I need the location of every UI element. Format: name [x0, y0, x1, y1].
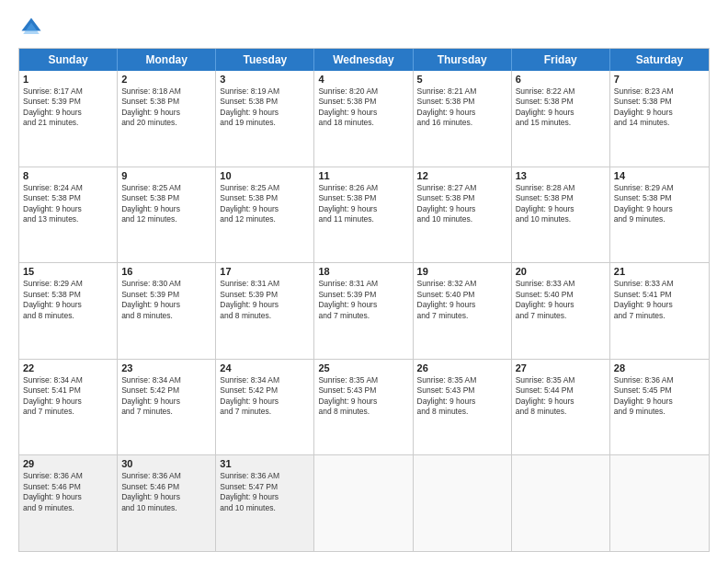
day-cell-29: 29Sunrise: 8:36 AMSunset: 5:46 PMDayligh…: [19, 455, 118, 551]
day-number: 20: [516, 266, 606, 277]
day-info: Sunrise: 8:36 AMSunset: 5:46 PMDaylight:…: [23, 471, 113, 513]
day-cell-19: 19Sunrise: 8:32 AMSunset: 5:40 PMDayligh…: [414, 263, 512, 359]
day-cell-7: 7Sunrise: 8:23 AMSunset: 5:38 PMDaylight…: [610, 71, 709, 167]
day-info: Sunrise: 8:33 AMSunset: 5:41 PMDaylight:…: [614, 279, 705, 321]
day-info: Sunrise: 8:29 AMSunset: 5:38 PMDaylight:…: [23, 279, 113, 321]
page: SundayMondayTuesdayWednesdayThursdayFrid…: [0, 0, 728, 563]
day-number: 5: [417, 74, 507, 85]
day-cell-26: 26Sunrise: 8:35 AMSunset: 5:43 PMDayligh…: [414, 360, 512, 455]
day-number: 17: [220, 266, 310, 277]
day-cell-2: 2Sunrise: 8:18 AMSunset: 5:38 PMDaylight…: [118, 71, 216, 167]
day-cell-30: 30Sunrise: 8:36 AMSunset: 5:46 PMDayligh…: [118, 455, 216, 551]
calendar-body: 1Sunrise: 8:17 AMSunset: 5:39 PMDaylight…: [19, 71, 709, 551]
day-number: 4: [318, 74, 408, 85]
day-number: 1: [23, 74, 113, 85]
day-cell-12: 12Sunrise: 8:27 AMSunset: 5:38 PMDayligh…: [414, 167, 512, 263]
day-info: Sunrise: 8:33 AMSunset: 5:40 PMDaylight:…: [516, 279, 606, 321]
day-info: Sunrise: 8:34 AMSunset: 5:41 PMDaylight:…: [23, 375, 113, 418]
day-number: 6: [516, 74, 606, 85]
day-info: Sunrise: 8:36 AMSunset: 5:45 PMDaylight:…: [614, 375, 705, 418]
day-info: Sunrise: 8:29 AMSunset: 5:38 PMDaylight:…: [614, 183, 705, 225]
day-cell-8: 8Sunrise: 8:24 AMSunset: 5:38 PMDaylight…: [19, 167, 118, 263]
day-number: 7: [614, 74, 705, 85]
day-info: Sunrise: 8:25 AMSunset: 5:38 PMDaylight:…: [121, 183, 211, 225]
empty-cell: [314, 455, 413, 551]
day-cell-14: 14Sunrise: 8:29 AMSunset: 5:38 PMDayligh…: [610, 167, 709, 263]
day-info: Sunrise: 8:36 AMSunset: 5:46 PMDaylight:…: [121, 471, 211, 513]
day-info: Sunrise: 8:18 AMSunset: 5:38 PMDaylight:…: [121, 86, 211, 129]
header-day-tuesday: Tuesday: [216, 49, 314, 71]
day-number: 28: [614, 362, 705, 373]
day-number: 30: [121, 458, 211, 469]
logo-icon: [18, 15, 44, 40]
day-number: 26: [417, 362, 507, 373]
day-cell-5: 5Sunrise: 8:21 AMSunset: 5:38 PMDaylight…: [414, 71, 512, 167]
header-day-saturday: Saturday: [610, 49, 709, 71]
day-cell-21: 21Sunrise: 8:33 AMSunset: 5:41 PMDayligh…: [610, 263, 709, 359]
day-number: 8: [23, 170, 113, 181]
day-cell-24: 24Sunrise: 8:34 AMSunset: 5:42 PMDayligh…: [216, 360, 314, 455]
day-number: 12: [417, 170, 507, 181]
day-number: 25: [318, 362, 408, 373]
day-info: Sunrise: 8:19 AMSunset: 5:38 PMDaylight:…: [220, 86, 310, 129]
day-number: 31: [220, 458, 310, 469]
empty-cell: [610, 455, 709, 551]
day-number: 3: [220, 74, 310, 85]
day-info: Sunrise: 8:26 AMSunset: 5:38 PMDaylight:…: [318, 183, 408, 225]
day-info: Sunrise: 8:27 AMSunset: 5:38 PMDaylight:…: [417, 183, 507, 225]
day-number: 13: [516, 170, 606, 181]
day-info: Sunrise: 8:24 AMSunset: 5:38 PMDaylight:…: [23, 183, 113, 225]
calendar-row-5: 29Sunrise: 8:36 AMSunset: 5:46 PMDayligh…: [19, 455, 709, 551]
day-info: Sunrise: 8:35 AMSunset: 5:43 PMDaylight:…: [417, 375, 507, 418]
day-cell-20: 20Sunrise: 8:33 AMSunset: 5:40 PMDayligh…: [512, 263, 610, 359]
day-number: 11: [318, 170, 408, 181]
day-info: Sunrise: 8:28 AMSunset: 5:38 PMDaylight:…: [516, 183, 606, 225]
day-cell-6: 6Sunrise: 8:22 AMSunset: 5:38 PMDaylight…: [512, 71, 610, 167]
day-cell-1: 1Sunrise: 8:17 AMSunset: 5:39 PMDaylight…: [19, 71, 118, 167]
empty-cell: [414, 455, 512, 551]
day-number: 22: [23, 362, 113, 373]
day-number: 19: [417, 266, 507, 277]
day-number: 9: [121, 170, 211, 181]
day-cell-15: 15Sunrise: 8:29 AMSunset: 5:38 PMDayligh…: [19, 263, 118, 359]
day-cell-11: 11Sunrise: 8:26 AMSunset: 5:38 PMDayligh…: [314, 167, 413, 263]
day-number: 2: [121, 74, 211, 85]
day-info: Sunrise: 8:30 AMSunset: 5:39 PMDaylight:…: [121, 279, 211, 321]
day-number: 16: [121, 266, 211, 277]
header: [18, 15, 710, 40]
day-cell-3: 3Sunrise: 8:19 AMSunset: 5:38 PMDaylight…: [216, 71, 314, 167]
calendar-row-3: 15Sunrise: 8:29 AMSunset: 5:38 PMDayligh…: [19, 263, 709, 360]
calendar-row-2: 8Sunrise: 8:24 AMSunset: 5:38 PMDaylight…: [19, 167, 709, 264]
day-info: Sunrise: 8:35 AMSunset: 5:43 PMDaylight:…: [318, 375, 408, 418]
day-cell-10: 10Sunrise: 8:25 AMSunset: 5:38 PMDayligh…: [216, 167, 314, 263]
day-info: Sunrise: 8:20 AMSunset: 5:38 PMDaylight:…: [318, 86, 408, 129]
day-cell-9: 9Sunrise: 8:25 AMSunset: 5:38 PMDaylight…: [118, 167, 216, 263]
header-day-sunday: Sunday: [19, 49, 118, 71]
day-cell-27: 27Sunrise: 8:35 AMSunset: 5:44 PMDayligh…: [512, 360, 610, 455]
logo: [18, 15, 48, 40]
day-cell-16: 16Sunrise: 8:30 AMSunset: 5:39 PMDayligh…: [118, 263, 216, 359]
day-cell-17: 17Sunrise: 8:31 AMSunset: 5:39 PMDayligh…: [216, 263, 314, 359]
day-number: 21: [614, 266, 705, 277]
day-cell-28: 28Sunrise: 8:36 AMSunset: 5:45 PMDayligh…: [610, 360, 709, 455]
day-number: 27: [516, 362, 606, 373]
day-cell-25: 25Sunrise: 8:35 AMSunset: 5:43 PMDayligh…: [314, 360, 413, 455]
day-info: Sunrise: 8:34 AMSunset: 5:42 PMDaylight:…: [220, 375, 310, 418]
day-cell-31: 31Sunrise: 8:36 AMSunset: 5:47 PMDayligh…: [216, 455, 314, 551]
day-info: Sunrise: 8:25 AMSunset: 5:38 PMDaylight:…: [220, 183, 310, 225]
day-number: 15: [23, 266, 113, 277]
empty-cell: [512, 455, 610, 551]
day-info: Sunrise: 8:32 AMSunset: 5:40 PMDaylight:…: [417, 279, 507, 321]
header-day-friday: Friday: [512, 49, 610, 71]
day-info: Sunrise: 8:31 AMSunset: 5:39 PMDaylight:…: [318, 279, 408, 321]
day-info: Sunrise: 8:36 AMSunset: 5:47 PMDaylight:…: [220, 471, 310, 513]
day-cell-4: 4Sunrise: 8:20 AMSunset: 5:38 PMDaylight…: [314, 71, 413, 167]
day-info: Sunrise: 8:31 AMSunset: 5:39 PMDaylight:…: [220, 279, 310, 321]
day-number: 10: [220, 170, 310, 181]
day-cell-23: 23Sunrise: 8:34 AMSunset: 5:42 PMDayligh…: [118, 360, 216, 455]
day-cell-18: 18Sunrise: 8:31 AMSunset: 5:39 PMDayligh…: [314, 263, 413, 359]
day-info: Sunrise: 8:21 AMSunset: 5:38 PMDaylight:…: [417, 86, 507, 129]
day-number: 24: [220, 362, 310, 373]
calendar-row-4: 22Sunrise: 8:34 AMSunset: 5:41 PMDayligh…: [19, 360, 709, 456]
header-day-monday: Monday: [118, 49, 216, 71]
